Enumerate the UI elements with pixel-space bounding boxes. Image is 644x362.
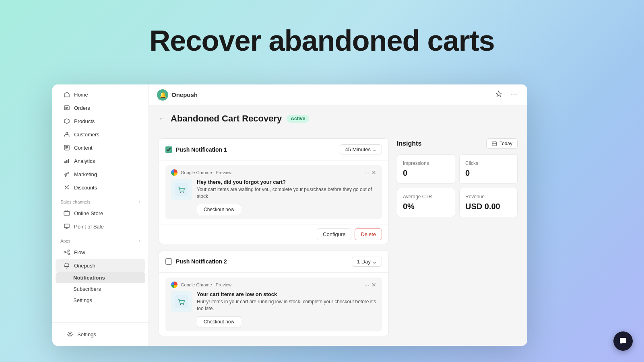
notification-card-1: Push Notification 1 45 Minutes ⌄ xyxy=(159,138,389,244)
preview-bar-2: Google Chrome · Preview xyxy=(165,278,382,331)
app-window: Home Orders Products Customers Content A… xyxy=(52,84,527,346)
more-button[interactable] xyxy=(509,89,519,101)
today-button[interactable]: Today xyxy=(486,138,518,149)
svg-point-21 xyxy=(180,304,181,305)
logo-icon: 🔔 xyxy=(157,89,168,101)
sidebar-item-customers[interactable]: Customers xyxy=(56,128,145,141)
insight-value-clicks: 0 xyxy=(465,169,512,178)
sidebar-item-home[interactable]: Home xyxy=(56,88,145,101)
hero-title: Recover abandoned carts xyxy=(149,24,494,57)
sidebar-item-settings[interactable]: Settings xyxy=(59,328,142,341)
page-title: Abandoned Cart Recovery xyxy=(171,113,282,124)
pin-button[interactable] xyxy=(493,89,504,101)
delete-button-1[interactable]: Delete xyxy=(355,228,382,240)
app-name: Onepush xyxy=(171,91,198,98)
sidebar-item-discounts[interactable]: Discounts xyxy=(56,181,145,194)
chat-bubble[interactable] xyxy=(613,331,633,351)
sidebar-item-products[interactable]: Products xyxy=(56,115,145,128)
notification-card-2: Push Notification 2 1 Day ⌄ xyxy=(159,251,389,336)
svg-point-18 xyxy=(180,192,181,193)
status-badge: Active xyxy=(287,115,309,123)
svg-point-16 xyxy=(516,93,516,94)
app-logo: 🔔 Onepush xyxy=(157,89,198,101)
preview-thumb-2 xyxy=(171,291,192,312)
sidebar-item-point-of-sale[interactable]: Point of Sale xyxy=(56,220,145,233)
sidebar-item-analytics[interactable]: Analytics xyxy=(56,154,145,167)
sidebar-label-discounts: Discounts xyxy=(74,185,97,191)
notif-checkbox-1[interactable] xyxy=(165,146,172,153)
sidebar-item-flow[interactable]: Flow xyxy=(56,246,145,259)
insight-card-clicks: Clicks 0 xyxy=(459,154,518,184)
svg-rect-9 xyxy=(64,224,69,228)
chrome-icon-1 xyxy=(171,169,178,176)
insight-label-clicks: Clicks xyxy=(465,160,512,166)
svg-point-22 xyxy=(183,304,184,305)
svg-rect-20 xyxy=(175,295,188,308)
preview-text-2: Your cart items are low on stock Hurry! … xyxy=(197,291,376,327)
insights-title: Insights xyxy=(397,140,421,147)
insight-label-revenue: Revenue xyxy=(465,194,512,200)
preview-more-2[interactable]: ··· xyxy=(364,282,369,288)
preview-body-1: Hey there, did you forgot your cart? You… xyxy=(171,179,376,215)
svg-point-1 xyxy=(66,132,68,134)
sidebar-label-products: Products xyxy=(74,118,95,124)
notif-time-2[interactable]: 1 Day ⌄ xyxy=(352,257,382,267)
preview-text-1: Hey there, did you forgot your cart? You… xyxy=(197,179,376,215)
sidebar-sub-notifications[interactable]: Notifications xyxy=(56,272,145,283)
preview-source-1: Google Chrome · Preview xyxy=(181,170,376,175)
preview-close-2[interactable]: ✕ xyxy=(372,282,376,288)
insights-grid: Impressions 0 Clicks 0 Average CTR 0% xyxy=(397,154,518,217)
sidebar-sub-settings[interactable]: Settings xyxy=(56,295,145,306)
sidebar-item-online-store[interactable]: Online Store xyxy=(56,207,145,220)
preview-close-1[interactable]: ✕ xyxy=(372,169,376,176)
sidebar-label-orders: Orders xyxy=(74,105,90,111)
sidebar-item-content[interactable]: Content xyxy=(56,141,145,154)
sub-subscribers-label: Subscribers xyxy=(73,286,101,292)
svg-rect-4 xyxy=(66,160,68,163)
insight-card-impressions: Impressions 0 xyxy=(397,154,455,184)
preview-header-1: Google Chrome · Preview xyxy=(171,169,376,176)
preview-body-2: Your cart items are low on stock Hurry! … xyxy=(171,291,376,327)
panels-wrap: Push Notification 1 45 Minutes ⌄ xyxy=(149,132,527,346)
left-panel: ← Abandoned Cart Recovery Active Push No… xyxy=(149,105,527,346)
sidebar-sub-subscribers[interactable]: Subscribers xyxy=(56,284,145,294)
checkout-btn-1[interactable]: Checkout now xyxy=(197,204,241,215)
preview-msg-title-2: Your cart items are low on stock xyxy=(197,291,376,297)
sidebar-item-orders[interactable]: Orders xyxy=(56,101,145,114)
sidebar-item-onepush[interactable]: Onepush xyxy=(56,259,145,272)
sales-channels-section: Sales channels › xyxy=(52,194,149,206)
svg-point-15 xyxy=(514,93,514,94)
back-button[interactable]: ← xyxy=(159,115,166,123)
svg-point-14 xyxy=(512,93,512,94)
sub-settings-label: Settings xyxy=(73,297,92,303)
notif-title-1: Push Notification 1 xyxy=(176,146,336,153)
sidebar-bottom: Settings xyxy=(52,322,149,346)
chrome-icon-2 xyxy=(171,282,178,288)
svg-point-11 xyxy=(68,250,70,251)
insight-value-avg-ctr: 0% xyxy=(403,202,449,211)
sidebar-item-marketing[interactable]: Marketing xyxy=(56,168,145,181)
notif-title-2: Push Notification 2 xyxy=(176,258,348,265)
notifications-panel: Push Notification 1 45 Minutes ⌄ xyxy=(159,138,389,336)
preview-msg-title-1: Hey there, did you forgot your cart? xyxy=(197,179,376,185)
preview-thumb-1 xyxy=(171,179,192,200)
notif-checkbox-2[interactable] xyxy=(165,258,172,265)
preview-msg-body-2: Hurry! items in your cart are running lo… xyxy=(197,298,376,312)
insights-header: Insights Today xyxy=(397,138,518,149)
notif-footer-1: Configure Delete xyxy=(159,224,388,244)
sidebar-nav: Home Orders Products Customers Content A… xyxy=(52,84,149,322)
sidebar: Home Orders Products Customers Content A… xyxy=(52,84,149,346)
preview-more-1[interactable]: ··· xyxy=(364,169,369,176)
svg-point-13 xyxy=(69,333,71,335)
preview-source-2: Google Chrome · Preview xyxy=(181,282,376,287)
svg-rect-23 xyxy=(492,142,497,146)
svg-rect-0 xyxy=(64,106,69,110)
preview-actions-1: ··· ✕ xyxy=(364,169,376,176)
svg-point-19 xyxy=(183,192,184,193)
preview-msg-body-1: Your cart items are waiting for you, com… xyxy=(197,186,376,200)
configure-button-1[interactable]: Configure xyxy=(317,228,351,240)
notif-time-1[interactable]: 45 Minutes ⌄ xyxy=(340,144,382,154)
preview-actions-2: ··· ✕ xyxy=(364,282,376,288)
checkout-btn-2[interactable]: Checkout now xyxy=(197,316,241,327)
page-header: ← Abandoned Cart Recovery Active xyxy=(159,113,518,124)
